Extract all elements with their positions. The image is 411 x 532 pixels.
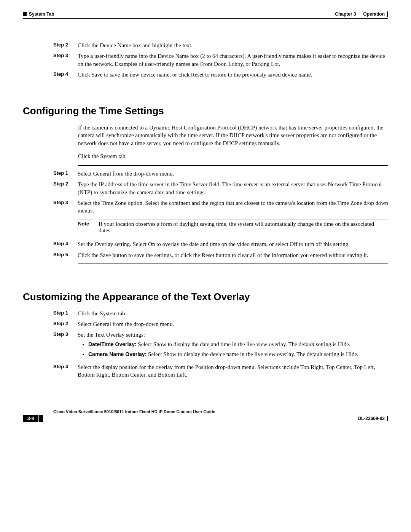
step-label: Step 3 bbox=[53, 331, 78, 338]
step-label: Step 3 bbox=[53, 52, 78, 59]
step-text: Click the System tab. bbox=[78, 310, 388, 317]
note-label: Note bbox=[78, 221, 92, 227]
footer-decor-square bbox=[39, 415, 43, 422]
step-label: Step 2 bbox=[53, 42, 78, 48]
step-label: Step 5 bbox=[53, 251, 78, 258]
step-row: Step 2 Type the IP address of the time s… bbox=[53, 181, 388, 196]
step-row: Step 4 Click Save to save the new device… bbox=[53, 71, 388, 78]
step-label: Step 4 bbox=[53, 240, 78, 247]
header-chapter: Chapter 3 bbox=[335, 11, 356, 17]
step-text: Set the Text Overlay settings: Date/Time… bbox=[78, 331, 388, 360]
step-row: Step 1 Select General from the drop-down… bbox=[53, 170, 388, 177]
step-label: Step 3 bbox=[53, 199, 78, 206]
footer-decor-bar bbox=[387, 416, 388, 421]
step-row: Step 5 Click the Save button to save the… bbox=[53, 251, 388, 259]
page-number: 3-8 bbox=[23, 415, 38, 422]
step-label: Step 1 bbox=[53, 310, 78, 316]
list-item: Camera Name Overlay: Select Show to disp… bbox=[88, 350, 388, 358]
bullet-bold: Date/Time Overlay: bbox=[88, 341, 137, 347]
step-label: Step 2 bbox=[53, 320, 78, 327]
note-block: Note If your location observes a form of… bbox=[78, 219, 388, 236]
doc-id: OL-22669-02 bbox=[358, 416, 385, 421]
bullet-rest: Select Show to display the device name i… bbox=[147, 351, 358, 357]
header-left-text: System Tab bbox=[29, 11, 54, 17]
step-text: Type the IP address of the time server i… bbox=[78, 181, 388, 196]
note-text: If your location observes a form of dayl… bbox=[99, 221, 374, 233]
step-label: Step 4 bbox=[53, 363, 78, 370]
step-text: Set the Overlay setting. Select On to ov… bbox=[78, 240, 388, 248]
step-text: Click the Save button to save the settin… bbox=[78, 251, 388, 259]
step-row: Step 2 Select General from the drop-down… bbox=[53, 320, 388, 328]
time-settings-steps: Step 1 Select General from the drop-down… bbox=[53, 170, 388, 214]
step-label: Step 2 bbox=[53, 181, 78, 187]
header-decor-bar bbox=[387, 11, 388, 17]
section1-intro1: If the camera is connected to a Dynamic … bbox=[78, 124, 388, 147]
header-title: Operation bbox=[363, 11, 385, 17]
step-row: Step 2 Click the Device Name box and hig… bbox=[53, 42, 388, 49]
step-text: Select the Time Zone option. Select the … bbox=[78, 199, 388, 215]
footer-guide-title: Cisco Video Surveillance 5010/5011 Indoo… bbox=[53, 409, 388, 415]
step-row: Step 3 Set the Text Overlay settings: Da… bbox=[53, 331, 388, 360]
step-text: Select General from the drop-down menu. bbox=[78, 170, 388, 177]
time-settings-steps-cont: Step 4 Set the Overlay setting. Select O… bbox=[53, 240, 388, 259]
step-text: Click the Device Name box and highlight … bbox=[78, 42, 388, 49]
step-label: Step 4 bbox=[53, 71, 78, 78]
section-heading-time-settings: Configuring the Time Settings bbox=[23, 105, 388, 117]
step-label: Step 1 bbox=[53, 170, 78, 177]
bullet-rest: Select Show to display the date and time… bbox=[137, 341, 350, 347]
steps-bottom-rule bbox=[78, 264, 388, 264]
header-rule bbox=[23, 18, 388, 19]
step-row: Step 4 Select the display position for t… bbox=[53, 363, 388, 379]
steps-top-rule bbox=[78, 165, 388, 166]
page-header: System Tab Chapter 3 Operation bbox=[23, 11, 388, 17]
step-text: Select the display position for the over… bbox=[78, 363, 388, 379]
bullet-bold: Camera Name Overlay: bbox=[88, 351, 147, 357]
step-text: Type a user-friendly name into the Devic… bbox=[78, 52, 388, 68]
page-footer: Cisco Video Surveillance 5010/5011 Indoo… bbox=[23, 409, 388, 422]
step-row: Step 3 Type a user-friendly name into th… bbox=[53, 52, 388, 68]
step-row: Step 1 Click the System tab. bbox=[53, 310, 388, 317]
section-heading-text-overlay: Customizing the Appearance of the Text O… bbox=[23, 291, 388, 303]
overlay-bullets: Date/Time Overlay: Select Show to displa… bbox=[78, 340, 388, 358]
step3-text: Set the Text Overlay settings: bbox=[78, 332, 145, 338]
step-row: Step 3 Select the Time Zone option. Sele… bbox=[53, 199, 388, 215]
step-text: Click Save to save the new device name, … bbox=[78, 71, 388, 78]
section1-intro2: Click the System tab. bbox=[78, 152, 388, 160]
list-item: Date/Time Overlay: Select Show to displa… bbox=[88, 340, 388, 348]
step-text: Select General from the drop-down menu. bbox=[78, 320, 388, 328]
text-overlay-steps: Step 1 Click the System tab. Step 2 Sele… bbox=[53, 310, 388, 379]
device-name-steps: Step 2 Click the Device Name box and hig… bbox=[53, 42, 388, 78]
step-row: Step 4 Set the Overlay setting. Select O… bbox=[53, 240, 388, 248]
header-decor-square bbox=[23, 12, 27, 16]
